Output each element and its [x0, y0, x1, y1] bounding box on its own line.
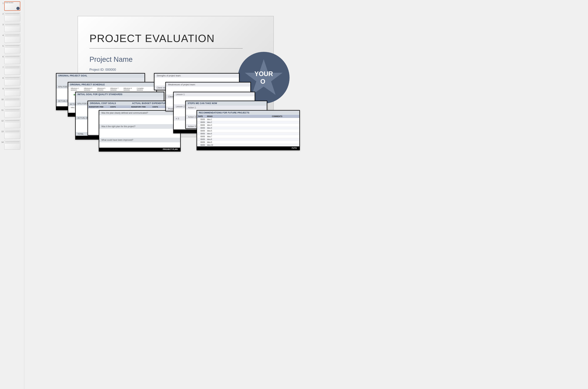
project-id-label: Project ID: 000000: [89, 68, 116, 72]
slide-thumbnail[interactable]: 14: [1, 140, 23, 150]
table-row: 00/00Idea 8: [197, 138, 299, 141]
question-text: What could have been improved?: [99, 138, 180, 142]
thumb-number: 4: [1, 33, 3, 36]
table-row: 00/00Idea 3: [197, 124, 299, 127]
app-root: 1PROJECT EVALUATION234567891011121314 PR…: [0, 0, 588, 389]
table-row: 00/00Idea 9: [197, 141, 299, 144]
milestone-label: Milestone 300/00/00: [84, 88, 92, 91]
thumb-number: 8: [1, 76, 3, 79]
card-footer: PROJECT PLAN: [99, 148, 180, 151]
thumb-preview[interactable]: PROJECT EVALUATION: [4, 1, 20, 11]
thumb-number: 12: [1, 119, 3, 122]
thumb-number: 11: [1, 108, 3, 111]
line-label: Action 1:: [186, 105, 267, 110]
thumb-preview[interactable]: [4, 87, 20, 96]
thumb-number: 5: [1, 44, 3, 47]
milestone-label: Milestone 500/00/00: [97, 88, 105, 91]
thumb-number: 7: [1, 65, 3, 68]
thumb-preview[interactable]: [4, 76, 20, 86]
slide-canvas: PROJECT EVALUATION Project Name Project …: [24, 0, 588, 389]
table-row: 00/00Idea 1: [197, 118, 299, 121]
slide-title: PROJECT EVALUATION: [89, 32, 215, 44]
card-header: ORIGINAL COST GOALS: [88, 101, 130, 105]
thumb-preview[interactable]: [4, 12, 20, 21]
thumb-number: 9: [1, 87, 3, 90]
question-text: Was it the right plan for this project?: [99, 124, 180, 129]
card-header: RECOMMENDATIONS FOR FUTURE PROJECTS: [197, 111, 299, 115]
line-label: Weaknesses of project team:: [166, 82, 250, 87]
slide-thumbnail[interactable]: 7: [1, 65, 23, 75]
table-row: 00/00Idea 10: [197, 144, 299, 147]
slide-thumbnail[interactable]: 10: [1, 97, 23, 107]
line-label: Lesson 1:: [174, 92, 255, 96]
thumb-preview[interactable]: [4, 97, 20, 107]
thumb-preview[interactable]: [4, 33, 20, 43]
thumb-number: 3: [1, 23, 3, 26]
slide-thumbnail[interactable]: 6: [1, 55, 23, 64]
thumb-number: 1: [1, 1, 3, 4]
thumb-preview[interactable]: [4, 130, 20, 139]
milestone-label: Milestone 900/00/00: [123, 88, 132, 91]
thumb-number: 13: [1, 130, 3, 132]
milestone-label: Milestone 700/00/00: [110, 88, 118, 91]
logo-text: YOURO: [254, 70, 273, 85]
thumb-number: 10: [1, 97, 3, 100]
slide-thumbnail[interactable]: 13: [1, 130, 23, 139]
thumb-number: 6: [1, 55, 3, 58]
slide-thumbnail[interactable]: 5: [1, 44, 23, 53]
milestone-label: Complete00/00/00: [137, 88, 144, 91]
card-header: STEPS WE CAN TAKE NOW: [186, 101, 267, 105]
thumb-preview[interactable]: [4, 119, 20, 128]
thumb-number: 14: [1, 140, 3, 143]
line-label: Strengths of project team:: [154, 74, 239, 78]
slide-thumbnail[interactable]: 11: [1, 108, 23, 118]
card-header: ORIGINAL PROJECT GOAL: [57, 74, 144, 78]
thumb-preview[interactable]: [4, 108, 20, 118]
thumb-preview[interactable]: [4, 65, 20, 75]
thumb-preview[interactable]: [4, 44, 20, 53]
table-row: 00/00Idea 7: [197, 135, 299, 138]
slide-thumbnail[interactable]: 4: [1, 33, 23, 43]
thumb-preview[interactable]: [4, 55, 20, 64]
card-header: ORIGINAL PROJECT SCHEDULE: [68, 82, 156, 87]
slide-thumbnail[interactable]: 3: [1, 23, 23, 32]
card-footer: FUTU: [197, 146, 299, 150]
slide-thumbnail[interactable]: 9: [1, 87, 23, 96]
slide-thumbnail-panel[interactable]: 1PROJECT EVALUATION234567891011121314: [0, 0, 24, 389]
slide-thumbnail[interactable]: 12: [1, 119, 23, 128]
milestone-label: Milestone 100/00/00: [71, 88, 79, 91]
table-row: 00/00Idea 6: [197, 132, 299, 135]
table-row: 00/00Idea 2: [197, 121, 299, 124]
table-row: 00/00Idea 5: [197, 130, 299, 132]
overlay-recommendations[interactable]: RECOMMENDATIONS FOR FUTURE PROJECTS DATE…: [197, 110, 300, 150]
slide-thumbnail[interactable]: 2: [1, 12, 23, 21]
table-row: 00/00Idea 4: [197, 127, 299, 130]
overlay-plan-questions[interactable]: Was the plan clearly defined and communi…: [99, 110, 181, 152]
thumb-preview[interactable]: [4, 140, 20, 150]
thumb-preview[interactable]: [4, 23, 20, 32]
slide-thumbnail[interactable]: 1PROJECT EVALUATION: [1, 1, 23, 11]
slide-thumbnail[interactable]: 8: [1, 76, 23, 86]
card-header: INITIAL GOAL FOR QUALITY STANDARDS: [76, 92, 164, 97]
thumb-number: 2: [1, 12, 3, 15]
slide-subtitle: Project Name: [89, 55, 133, 64]
ideas-table: DATE IDEAS COMMENTS 00/00Idea 100/00Idea…: [197, 115, 299, 146]
